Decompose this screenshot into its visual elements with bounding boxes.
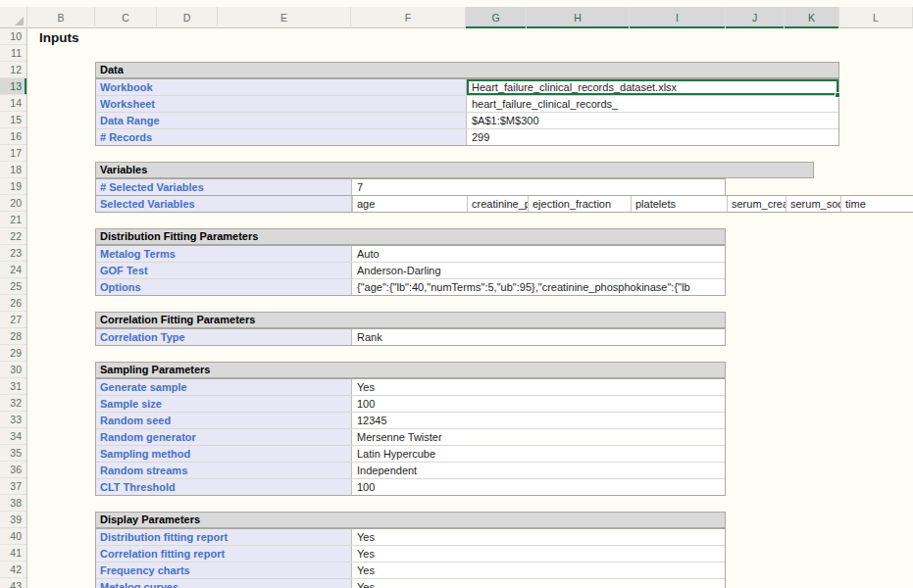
row-header-13[interactable]: 13 [0, 78, 26, 95]
row-header-12[interactable]: 12 [0, 62, 26, 78]
row-header-14[interactable]: 14 [0, 95, 26, 112]
column-header-C[interactable]: C [95, 7, 157, 28]
select-all-corner[interactable] [0, 7, 27, 28]
section-header-correlation[interactable]: Correlation Fitting Parameters [95, 312, 726, 328]
row-header-37[interactable]: 37 [0, 478, 26, 495]
row-header-15[interactable]: 15 [0, 112, 26, 128]
param-value[interactable]: 299 [467, 129, 838, 145]
param-value[interactable]: Yes [352, 579, 725, 588]
param-value[interactable]: 7 [352, 179, 725, 195]
param-label[interactable]: Workbook [96, 79, 467, 95]
column-header-I[interactable]: I [630, 7, 726, 28]
param-label[interactable]: Generate sample [96, 379, 352, 395]
row-header-41[interactable]: 41 [0, 545, 26, 562]
selection-fill-handle[interactable] [835, 92, 840, 98]
row-header-33[interactable]: 33 [0, 412, 26, 428]
row-header-30[interactable]: 30 [0, 362, 26, 378]
row-header-11[interactable]: 11 [0, 45, 26, 62]
param-value[interactable]: 12345 [352, 413, 725, 428]
column-header-K[interactable]: K [785, 7, 839, 28]
selected-variable-cell[interactable]: creatinine_phosphokinase [467, 196, 528, 212]
row-header-22[interactable]: 22 [0, 228, 26, 245]
param-label[interactable]: Metalog curves [96, 579, 352, 588]
row-header-32[interactable]: 32 [0, 395, 26, 412]
section-header-display[interactable]: Display Parameters [95, 512, 726, 528]
param-label[interactable]: Random streams [96, 463, 352, 478]
row-header-16[interactable]: 16 [0, 128, 26, 145]
row-header-10[interactable]: 10 [0, 28, 26, 45]
param-label[interactable]: Metalog Terms [96, 246, 352, 262]
param-value[interactable]: heart_failure_clinical_records_ [467, 96, 838, 112]
column-header-H[interactable]: H [527, 7, 630, 28]
row-header-17[interactable]: 17 [0, 145, 26, 162]
row-header-26[interactable]: 26 [0, 295, 26, 312]
column-header-G[interactable]: G [466, 7, 527, 28]
param-value[interactable]: $A$1:$M$300 [467, 113, 838, 128]
row-header-27[interactable]: 27 [0, 312, 26, 328]
param-value[interactable]: Yes [352, 379, 725, 395]
row-header-20[interactable]: 20 [0, 195, 26, 212]
param-value[interactable]: 100 [352, 396, 725, 412]
column-header-J[interactable]: J [726, 7, 785, 28]
param-label[interactable]: Selected Variables [96, 196, 352, 212]
param-label[interactable]: Correlation fitting report [96, 546, 352, 562]
row-header-25[interactable]: 25 [0, 278, 26, 295]
param-value[interactable]: Anderson-Darling [352, 263, 725, 278]
param-value[interactable]: {"age":{"lb":40,"numTerms":5,"ub":95},"c… [352, 279, 725, 295]
selected-variable-cell[interactable]: time [840, 196, 913, 212]
row-header-21[interactable]: 21 [0, 212, 26, 228]
selected-variable-cell[interactable]: platelets [631, 196, 727, 212]
row-header-42[interactable]: 42 [0, 562, 26, 578]
param-label[interactable]: Sampling method [96, 446, 352, 462]
row-header-38[interactable]: 38 [0, 495, 26, 512]
param-value[interactable]: Latin Hypercube [352, 446, 725, 462]
param-label[interactable]: Correlation Type [96, 329, 352, 345]
section-header-sampling[interactable]: Sampling Parameters [95, 362, 726, 378]
selected-variable-cell[interactable]: serum_sodium [786, 196, 840, 212]
row-header-31[interactable]: 31 [0, 378, 26, 395]
param-value[interactable]: Yes [352, 529, 725, 545]
selected-variable-cell[interactable]: age [352, 196, 467, 212]
param-value[interactable]: Auto [352, 246, 725, 262]
param-label[interactable]: Random seed [96, 413, 352, 428]
param-label[interactable]: Data Range [96, 113, 467, 128]
row-header-39[interactable]: 39 [0, 512, 26, 528]
param-label[interactable]: # Selected Variables [96, 179, 352, 195]
row-header-43[interactable]: 43 [0, 578, 26, 588]
param-label[interactable]: Random generator [96, 429, 352, 445]
param-value[interactable]: Independent [352, 463, 725, 478]
param-label[interactable]: Options [96, 279, 352, 295]
section-header-distribution[interactable]: Distribution Fitting Parameters [95, 228, 726, 245]
param-label[interactable]: Distribution fitting report [96, 529, 352, 545]
row-header-23[interactable]: 23 [0, 245, 26, 262]
row-header-35[interactable]: 35 [0, 445, 26, 462]
column-header-E[interactable]: E [218, 7, 351, 28]
column-header-D[interactable]: D [157, 7, 218, 28]
param-value[interactable]: Yes [352, 546, 725, 562]
row-header-40[interactable]: 40 [0, 528, 26, 545]
param-label[interactable]: Worksheet [96, 96, 467, 112]
selected-variable-cell[interactable]: serum_creatinine [727, 196, 786, 212]
selected-variable-cell[interactable]: ejection_fraction [528, 196, 631, 212]
param-value[interactable]: 100 [352, 479, 725, 495]
param-value[interactable]: Rank [352, 329, 725, 345]
row-header-28[interactable]: 28 [0, 328, 26, 345]
row-header-24[interactable]: 24 [0, 262, 26, 278]
param-label[interactable]: Sample size [96, 396, 352, 412]
row-header-19[interactable]: 19 [0, 178, 26, 195]
column-header-F[interactable]: F [351, 7, 466, 28]
column-header-L[interactable]: L [839, 7, 913, 28]
column-header-B[interactable]: B [27, 7, 95, 28]
selected-cell[interactable]: Heart_failure_clinical_records_dataset.x… [467, 79, 838, 95]
param-label[interactable]: # Records [96, 129, 467, 145]
param-value[interactable]: Mersenne Twister [352, 429, 725, 445]
param-value[interactable]: Yes [352, 563, 725, 578]
section-header-variables[interactable]: Variables [95, 162, 814, 178]
row-header-29[interactable]: 29 [0, 345, 26, 362]
row-header-34[interactable]: 34 [0, 428, 26, 445]
param-label[interactable]: Frequency charts [96, 563, 352, 578]
row-header-18[interactable]: 18 [0, 162, 26, 178]
param-label[interactable]: CLT Threshold [96, 479, 352, 495]
row-header-36[interactable]: 36 [0, 462, 26, 478]
section-header-data[interactable]: Data [95, 62, 839, 78]
